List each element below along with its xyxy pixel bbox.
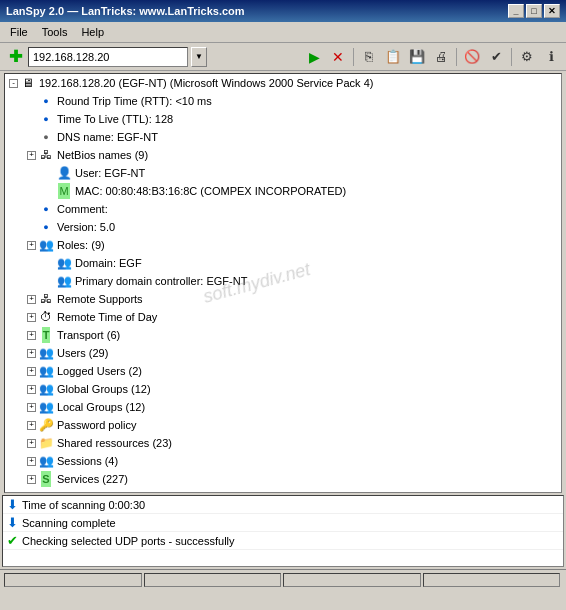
spacer (27, 133, 36, 142)
go-button[interactable]: ▶ (303, 46, 325, 68)
tree-item-icon: 🗂 (38, 489, 54, 493)
expand-icon[interactable]: + (27, 241, 36, 250)
stop-button[interactable]: ✕ (327, 46, 349, 68)
tree-item-label: Remote Time of Day (57, 309, 157, 325)
copy-button[interactable]: ⎘ (358, 46, 380, 68)
tree-item[interactable]: + 🖧 NetBios names (9) (5, 146, 561, 164)
expand-icon[interactable]: + (27, 367, 36, 376)
status-panel-4 (423, 573, 561, 587)
cancel2-button[interactable]: 🚫 (461, 46, 483, 68)
toolbar: ✚ ▼ ▶ ✕ ⎘ 📋 💾 🖨 🚫 ✔ ⚙ ℹ (0, 43, 566, 71)
tree-item[interactable]: + 📁 Shared ressources (23) (5, 434, 561, 452)
tree-item[interactable]: 👥 Domain: EGF (5, 254, 561, 272)
tree-item[interactable]: M MAC: 00:80:48:B3:16:8C (COMPEX INCORPO… (5, 182, 561, 200)
tree-item[interactable]: 👥 Primary domain controller: EGF-NT (5, 272, 561, 290)
tree-item[interactable]: 🗂 Registry (5, 488, 561, 493)
tree-item-icon: ● (38, 93, 54, 109)
settings-button[interactable]: ⚙ (516, 46, 538, 68)
menu-tools[interactable]: Tools (36, 24, 74, 40)
tree-item-label: Local Groups (12) (57, 399, 145, 415)
expand-icon[interactable]: + (27, 295, 36, 304)
spacer (27, 205, 36, 214)
expand-icon[interactable]: + (27, 313, 36, 322)
log-text: Time of scanning 0:00:30 (22, 499, 145, 511)
log-arrow-icon: ⬇ (7, 515, 18, 530)
tree-item-icon: 👥 (38, 363, 54, 379)
expand-icon[interactable]: + (27, 151, 36, 160)
tree-item[interactable]: + 🔑 Password policy (5, 416, 561, 434)
expand-icon[interactable]: + (27, 349, 36, 358)
tree-item-icon: 👥 (38, 399, 54, 415)
tree-item[interactable]: ● Comment: (5, 200, 561, 218)
expand-icon[interactable]: + (27, 385, 36, 394)
save-button[interactable]: 💾 (406, 46, 428, 68)
sep1 (353, 48, 354, 66)
tree-item-label: Registry (57, 489, 97, 493)
address-dropdown[interactable]: ▼ (191, 47, 207, 67)
tree-item-label: Password policy (57, 417, 136, 433)
spacer (45, 187, 54, 196)
tree-item[interactable]: + 👥 Logged Users (2) (5, 362, 561, 380)
expand-icon[interactable]: + (27, 439, 36, 448)
expand-icon[interactable]: + (27, 403, 36, 412)
status-panel-2 (144, 573, 282, 587)
log-text: Scanning complete (22, 517, 116, 529)
tree-item[interactable]: ● Version: 5.0 (5, 218, 561, 236)
tree-item[interactable]: + 👥 Local Groups (12) (5, 398, 561, 416)
tree-item-icon: 👥 (38, 453, 54, 469)
tree-item[interactable]: ● Time To Live (TTL): 128 (5, 110, 561, 128)
print-button[interactable]: 🖨 (430, 46, 452, 68)
log-area: ⬇ Time of scanning 0:00:30 ⬇ Scanning co… (2, 495, 564, 567)
root-expand[interactable]: - (9, 79, 18, 88)
close-button[interactable]: ✕ (544, 4, 560, 18)
spacer (45, 277, 54, 286)
tree-item[interactable]: + 🖧 Remote Supports (5, 290, 561, 308)
tree-root[interactable]: - 🖥 192.168.128.20 (EGF-NT) (Microsoft W… (5, 74, 561, 92)
expand-icon[interactable]: + (27, 457, 36, 466)
maximize-button[interactable]: □ (526, 4, 542, 18)
status-panel-3 (283, 573, 421, 587)
expand-icon[interactable]: + (27, 421, 36, 430)
tree-item[interactable]: + T Transport (6) (5, 326, 561, 344)
tree-item-icon: 👥 (56, 273, 72, 289)
tree-item[interactable]: + 👥 Sessions (4) (5, 452, 561, 470)
tree-item-label: MAC: 00:80:48:B3:16:8C (COMPEX INCORPORA… (75, 183, 346, 199)
tree-view[interactable]: - 🖥 192.168.128.20 (EGF-NT) (Microsoft W… (4, 73, 562, 493)
root-label: 192.168.128.20 (EGF-NT) (Microsoft Windo… (39, 75, 373, 91)
tree-item[interactable]: ● DNS name: EGF-NT (5, 128, 561, 146)
add-button[interactable]: ✚ (4, 46, 26, 68)
log-arrow-icon: ⬇ (7, 497, 18, 512)
tree-item-icon: M (56, 183, 72, 199)
tree-item[interactable]: + ⏱ Remote Time of Day (5, 308, 561, 326)
expand-icon[interactable]: + (27, 475, 36, 484)
tree-item[interactable]: + S Services (227) (5, 470, 561, 488)
tree-item-icon: 👥 (38, 345, 54, 361)
menu-help[interactable]: Help (75, 24, 110, 40)
tree-item-label: Transport (6) (57, 327, 120, 343)
minimize-button[interactable]: _ (508, 4, 524, 18)
tree-item[interactable]: ● Round Trip Time (RTT): <10 ms (5, 92, 561, 110)
tree-item-label: NetBios names (9) (57, 147, 148, 163)
tree-item-icon: 🖧 (38, 291, 54, 307)
check-button[interactable]: ✔ (485, 46, 507, 68)
tree-item[interactable]: + 👥 Global Groups (12) (5, 380, 561, 398)
paste-button[interactable]: 📋 (382, 46, 404, 68)
tree-item-icon: 🖧 (38, 147, 54, 163)
tree-item-label: Primary domain controller: EGF-NT (75, 273, 247, 289)
tree-item-label: Logged Users (2) (57, 363, 142, 379)
tree-item[interactable]: 👤 User: EGF-NT (5, 164, 561, 182)
tree-item-icon: 👥 (56, 255, 72, 271)
status-panel-1 (4, 573, 142, 587)
tree-item-label: User: EGF-NT (75, 165, 145, 181)
info-button[interactable]: ℹ (540, 46, 562, 68)
tree-item-icon: ● (38, 111, 54, 127)
spacer (27, 97, 36, 106)
expand-icon[interactable]: + (27, 331, 36, 340)
tree-item[interactable]: + 👥 Roles: (9) (5, 236, 561, 254)
address-input[interactable] (28, 47, 188, 67)
menu-file[interactable]: File (4, 24, 34, 40)
tree-item[interactable]: + 👥 Users (29) (5, 344, 561, 362)
tree-item-label: Sessions (4) (57, 453, 118, 469)
log-text: Checking selected UDP ports - successful… (22, 535, 235, 547)
tree-item-icon: T (38, 327, 54, 343)
